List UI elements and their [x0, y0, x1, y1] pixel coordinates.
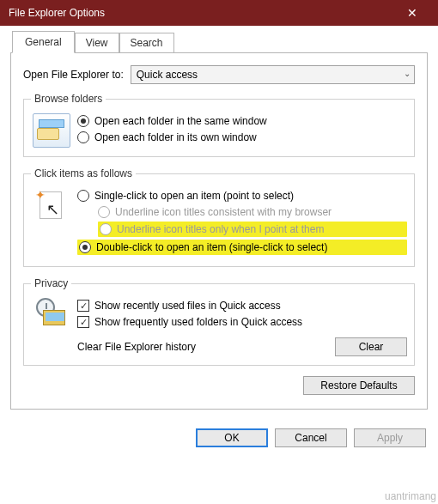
watermark: uantrimang [385, 490, 436, 502]
tab-view[interactable]: View [75, 33, 119, 53]
radio-own-window-label: Open each folder in its own window [94, 131, 257, 144]
radio-same-window-label: Open each folder in the same window [94, 114, 267, 128]
tabs: General View Search [10, 33, 428, 53]
clear-button[interactable]: Clear [335, 337, 407, 356]
tab-search[interactable]: Search [119, 33, 174, 53]
chevron-down-icon: ⌄ [404, 69, 411, 78]
tab-general[interactable]: General [12, 31, 75, 53]
checkbox-frequent-folders-label: Show frequently used folders in Quick ac… [94, 315, 302, 329]
radio-double-click[interactable] [79, 241, 91, 253]
open-to-label: Open File Explorer to: [23, 69, 124, 81]
checkbox-frequent-folders[interactable] [77, 316, 89, 328]
window-title: File Explorer Options [9, 7, 395, 19]
dialog-footer: OK Cancel Apply [0, 420, 438, 456]
restore-defaults-button[interactable]: Restore Defaults [303, 376, 415, 395]
click-legend: Click items as follows [31, 167, 136, 179]
cursor-icon: ↖ [46, 200, 59, 219]
group-privacy: Privacy Show recently used files in Quic… [23, 277, 415, 366]
radio-underline-point [100, 223, 112, 235]
checkbox-recent-files-label: Show recently used files in Quick access [94, 299, 281, 313]
checkbox-recent-files[interactable] [77, 300, 89, 312]
tabpanel-general: Open File Explorer to: Quick access ⌄ Br… [10, 52, 428, 410]
radio-underline-browser-label: Underline icon titles consistent with my… [115, 205, 332, 219]
click-icon: ✦ ↖ [33, 188, 70, 222]
radio-own-window[interactable] [77, 131, 89, 143]
radio-underline-browser [98, 206, 110, 218]
cancel-button[interactable]: Cancel [275, 428, 347, 447]
ok-button[interactable]: OK [196, 428, 268, 447]
radio-double-click-label: Double-click to open an item (single-cli… [96, 240, 327, 254]
open-to-value: Quick access [137, 69, 198, 81]
clear-history-label: Clear File Explorer history [77, 341, 335, 353]
group-browse-folders: Browse folders Open each folder in the s… [23, 93, 415, 157]
radio-single-click[interactable] [77, 190, 89, 202]
radio-underline-point-label: Underline icon titles only when I point … [117, 222, 324, 236]
folders-icon [33, 113, 70, 148]
titlebar: File Explorer Options ✕ [0, 0, 438, 26]
radio-single-click-label: Single-click to open an item (point to s… [94, 189, 294, 203]
browse-legend: Browse folders [31, 93, 106, 105]
open-to-combobox[interactable]: Quick access ⌄ [131, 65, 415, 84]
group-click-items: Click items as follows ✦ ↖ Single-click … [23, 167, 415, 267]
privacy-legend: Privacy [31, 277, 71, 289]
apply-button: Apply [354, 428, 426, 447]
history-icon [33, 298, 70, 332]
close-icon[interactable]: ✕ [395, 6, 429, 20]
radio-same-window[interactable] [77, 115, 89, 127]
